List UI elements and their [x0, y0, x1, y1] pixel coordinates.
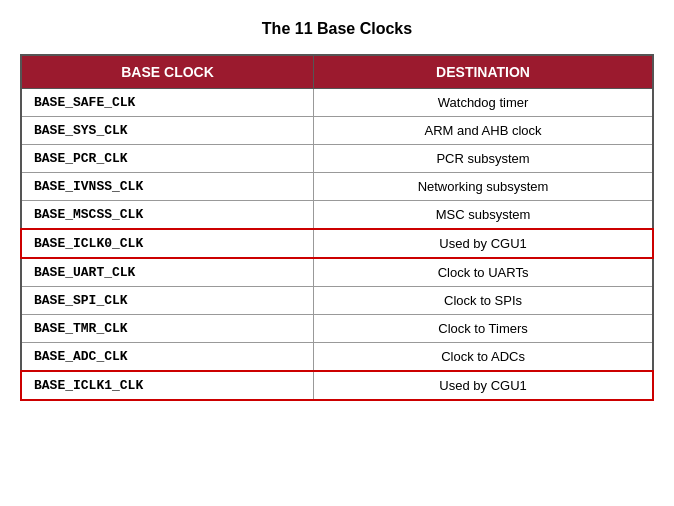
table-row: BASE_TMR_CLKClock to Timers — [21, 315, 653, 343]
clock-destination: MSC subsystem — [314, 201, 653, 230]
clock-name: BASE_ICLK1_CLK — [21, 371, 314, 400]
clock-name: BASE_ADC_CLK — [21, 343, 314, 372]
page-container: The 11 Base Clocks BASE CLOCK DESTINATIO… — [20, 20, 654, 401]
clock-name: BASE_ICLK0_CLK — [21, 229, 314, 258]
clock-table: BASE CLOCK DESTINATION BASE_SAFE_CLKWatc… — [20, 54, 654, 401]
clock-destination: Clock to SPIs — [314, 287, 653, 315]
clock-name: BASE_UART_CLK — [21, 258, 314, 287]
table-row: BASE_SYS_CLKARM and AHB clock — [21, 117, 653, 145]
table-row: BASE_PCR_CLKPCR subsystem — [21, 145, 653, 173]
clock-destination: Used by CGU1 — [314, 229, 653, 258]
clock-destination: Clock to ADCs — [314, 343, 653, 372]
table-row: BASE_ADC_CLKClock to ADCs — [21, 343, 653, 372]
clock-name: BASE_MSCSS_CLK — [21, 201, 314, 230]
clock-destination: Clock to UARTs — [314, 258, 653, 287]
page-title: The 11 Base Clocks — [20, 20, 654, 38]
clock-destination: Clock to Timers — [314, 315, 653, 343]
table-row: BASE_SPI_CLKClock to SPIs — [21, 287, 653, 315]
clock-name: BASE_SAFE_CLK — [21, 89, 314, 117]
table-row: BASE_IVNSS_CLKNetworking subsystem — [21, 173, 653, 201]
clock-name: BASE_IVNSS_CLK — [21, 173, 314, 201]
table-header-row: BASE CLOCK DESTINATION — [21, 55, 653, 89]
clock-destination: Networking subsystem — [314, 173, 653, 201]
clock-name: BASE_PCR_CLK — [21, 145, 314, 173]
clock-name: BASE_SPI_CLK — [21, 287, 314, 315]
table-row: BASE_ICLK0_CLKUsed by CGU1 — [21, 229, 653, 258]
table-row: BASE_MSCSS_CLKMSC subsystem — [21, 201, 653, 230]
col-header-destination: DESTINATION — [314, 55, 653, 89]
col-header-base-clock: BASE CLOCK — [21, 55, 314, 89]
table-row: BASE_SAFE_CLKWatchdog timer — [21, 89, 653, 117]
clock-destination: ARM and AHB clock — [314, 117, 653, 145]
table-row: BASE_UART_CLKClock to UARTs — [21, 258, 653, 287]
clock-name: BASE_SYS_CLK — [21, 117, 314, 145]
clock-destination: Used by CGU1 — [314, 371, 653, 400]
clock-destination: Watchdog timer — [314, 89, 653, 117]
clock-name: BASE_TMR_CLK — [21, 315, 314, 343]
table-row: BASE_ICLK1_CLKUsed by CGU1 — [21, 371, 653, 400]
clock-destination: PCR subsystem — [314, 145, 653, 173]
